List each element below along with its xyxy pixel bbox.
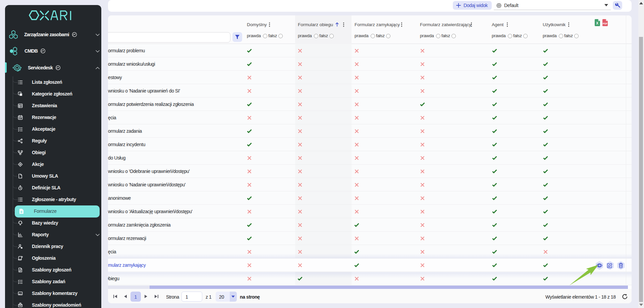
svg-text:PDF: PDF xyxy=(603,22,608,25)
svg-text:X: X xyxy=(596,21,598,25)
